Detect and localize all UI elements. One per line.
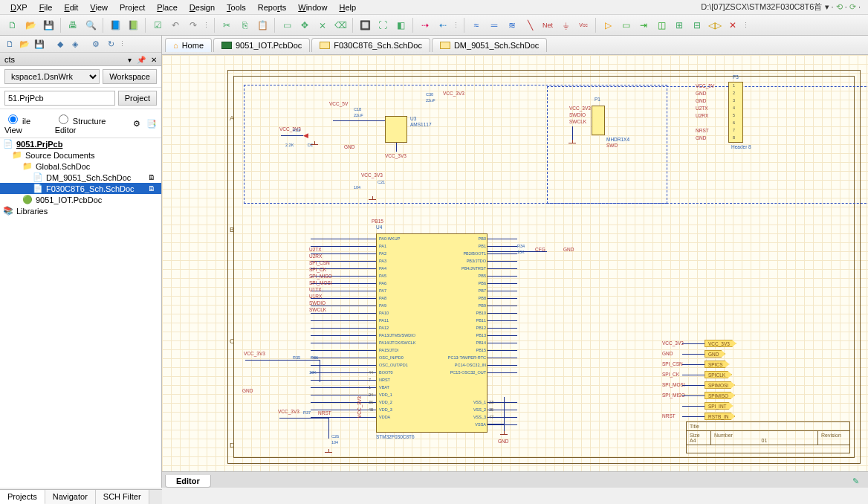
cut-icon[interactable]: ✂ [218, 17, 235, 33]
noerc-icon[interactable]: ✕ [725, 17, 741, 33]
checkbox-icon[interactable]: ☑ [149, 17, 166, 33]
libraries-icon[interactable]: 📗 [125, 17, 141, 33]
vcc-port-icon[interactable]: Vcc [575, 17, 592, 33]
tab-editor[interactable]: Editor [165, 475, 211, 488]
view-filter-icon[interactable]: 📑 [146, 119, 157, 129]
tree-item[interactable]: 📚 Libraries [0, 205, 161, 216]
panel-close-icon[interactable]: ✕ [151, 56, 157, 64]
menu-help[interactable]: Help [333, 1, 362, 13]
tab-home-label: Home [182, 41, 204, 50]
wire-icon[interactable]: ≈ [468, 17, 485, 33]
copy-icon[interactable]: ⎘ [236, 17, 253, 33]
leftbar-open-icon[interactable]: 📂 [18, 37, 31, 51]
doc-tab[interactable]: DM_9051_Sch.SchDoc [432, 38, 547, 52]
sheet-entry-icon[interactable]: ⇥ [635, 17, 652, 33]
project-name-input[interactable] [4, 91, 115, 106]
tree-item[interactable]: 📄 9051.PrjPcb [0, 138, 161, 149]
tree-label: Libraries [16, 207, 48, 216]
sheet-symbol-icon[interactable]: ▭ [618, 17, 634, 33]
open-icon[interactable]: 📂 [22, 17, 39, 33]
signal-harness-icon[interactable]: ≋ [504, 17, 520, 33]
device-sheet-icon[interactable]: ◫ [653, 17, 670, 33]
c21-val: 104 [354, 185, 360, 190]
workspace-select[interactable]: kspace1.DsnWrk [4, 69, 100, 84]
net-label-icon[interactable]: Net [540, 17, 556, 33]
open-project-icon[interactable]: 📘 [107, 17, 123, 33]
leftbar-save-icon[interactable]: 💾 [33, 37, 46, 51]
structure-editor-radio[interactable]: Structure Editor [55, 112, 127, 135]
port-icon[interactable]: ◁▷ [707, 17, 723, 33]
tree-item[interactable]: 🟢 9051_IOT.PcbDoc [0, 194, 161, 205]
panel-pin-icon[interactable]: 📌 [137, 56, 146, 64]
menu-edit[interactable]: Edit [58, 1, 84, 13]
leftbar-hierarchy-icon[interactable]: ◆ [54, 37, 67, 51]
harness-conn-icon[interactable]: ⊞ [671, 17, 687, 33]
c26-ref: C26 [331, 434, 339, 439]
tree-item[interactable]: 📁 Source Documents [0, 149, 161, 161]
leftbar-compile-icon[interactable]: ◈ [68, 37, 82, 51]
zoom-fit-icon[interactable]: ⛶ [375, 17, 391, 33]
save-icon[interactable]: 💾 [40, 17, 56, 33]
more-icon[interactable]: ⋮ [203, 22, 210, 29]
mcu-left-pin: NRST [379, 378, 390, 382]
new-icon[interactable]: 🗋 [4, 17, 21, 33]
menu-tools[interactable]: Tools [221, 1, 252, 13]
editor-config-icon[interactable]: ✎ [849, 474, 862, 488]
tree-item[interactable]: 📄 DM_9051_Sch.SchDoc 🗎 [0, 172, 161, 183]
project-tree[interactable]: 📄 9051.PrjPcb 📁 Source Documents 📁 Globa… [0, 138, 161, 313]
panel-dropdown-icon[interactable]: ▾ [128, 56, 132, 64]
r34-val: 10K [517, 250, 525, 254]
redo-icon[interactable]: ↷ [185, 17, 201, 33]
tree-label: 9051_IOT.PcbDoc [36, 196, 102, 204]
zoom-region-icon[interactable]: 🔲 [357, 17, 373, 33]
mcu-right-pin: PB11 [443, 318, 486, 323]
menu-dxp[interactable]: DXP [4, 1, 33, 13]
left-tab-projects[interactable]: Projects [0, 490, 45, 504]
doc-tab[interactable]: 9051_IOT.PcbDoc [213, 38, 310, 52]
doc-tab[interactable]: F030C8T6_Sch.SchDoc [311, 38, 430, 52]
leftbar-new-icon[interactable]: 🗋 [3, 37, 16, 51]
select-rect-icon[interactable]: ▭ [279, 17, 295, 33]
more2-icon[interactable]: ⋮ [453, 22, 460, 29]
more3-icon[interactable]: ⋮ [742, 22, 750, 29]
view-options-icon[interactable]: ⚙ [133, 119, 140, 129]
menu-file[interactable]: File [33, 1, 59, 13]
tree-item[interactable]: 📁 Global.SchDoc [0, 161, 161, 172]
print-icon[interactable]: 🖶 [65, 17, 81, 33]
preview-icon[interactable]: 🔍 [82, 17, 99, 33]
bus-icon[interactable]: ═ [486, 17, 502, 33]
cross-select-icon[interactable]: ⇠ [435, 17, 451, 33]
menu-window[interactable]: Window [292, 1, 333, 13]
cross-probe-icon[interactable]: ⇢ [417, 17, 433, 33]
left-tab-navigator[interactable]: Navigator [45, 490, 96, 504]
part-icon[interactable]: ▷ [600, 17, 616, 33]
leftbar-refresh-icon[interactable]: ↻ [104, 37, 117, 51]
move-icon[interactable]: ✥ [297, 17, 313, 33]
harness-entry-icon[interactable]: ⊟ [689, 17, 705, 33]
paste-icon[interactable]: 📋 [254, 17, 271, 33]
zoom-selected-icon[interactable]: ◧ [392, 17, 409, 33]
file-view-radio[interactable]: ile View [4, 112, 49, 135]
workspace-button[interactable]: Workspace [103, 69, 157, 84]
leftbar-more-icon[interactable]: ⋮ [119, 40, 126, 48]
left-tab-schfilter[interactable]: SCH Filter [96, 490, 149, 504]
leftbar-options-icon[interactable]: ⚙ [89, 37, 103, 51]
titleblk-num: Number 01 [710, 430, 818, 445]
deselect-icon[interactable]: ⨯ [314, 17, 331, 33]
menu-reports[interactable]: Reports [252, 1, 293, 13]
mcu-left-pin: VDD_2 [379, 400, 392, 404]
tree-item[interactable]: 📄 F030C8T6_Sch.SchDoc 🗎 [0, 183, 161, 194]
undo-icon[interactable]: ↶ [167, 17, 184, 33]
schematic-canvas[interactable]: A B C D VCC_5V VCC_3V3 GND U3 AMS1117 C1… [162, 55, 868, 471]
clear-icon[interactable]: ⌫ [332, 17, 349, 33]
header8-pin-num: 1 [733, 83, 735, 88]
power-port-icon[interactable]: ⏚ [557, 17, 574, 33]
mcu-left-pin: PA1 [379, 244, 386, 248]
tab-home[interactable]: ⌂ Home [165, 38, 212, 52]
menu-view[interactable]: View [84, 1, 114, 13]
menu-place[interactable]: Place [151, 1, 184, 13]
bus-entry-icon[interactable]: ╲ [522, 17, 538, 33]
menu-design[interactable]: Design [184, 1, 221, 13]
menu-project[interactable]: Project [114, 1, 151, 13]
project-button[interactable]: Project [118, 91, 157, 106]
